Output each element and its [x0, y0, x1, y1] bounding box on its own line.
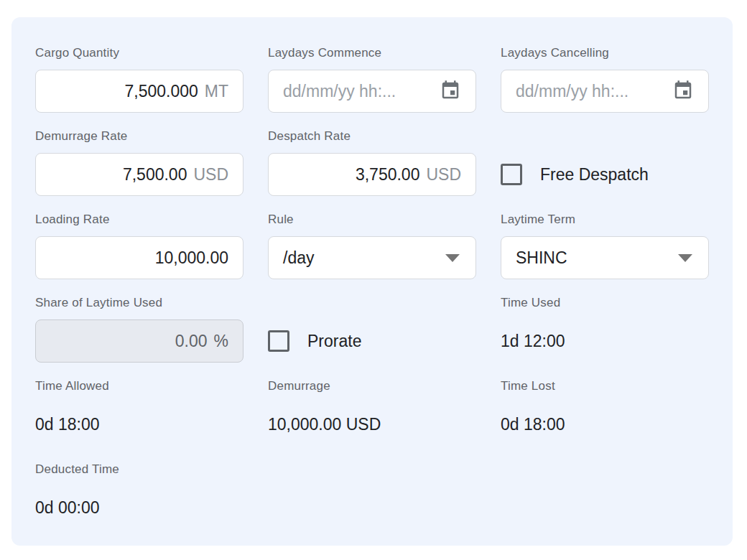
share-of-laytime-input: 0.00 % [35, 319, 243, 363]
demurrage-rate-currency: USD [193, 165, 228, 185]
field-time-lost: Time Lost 0d 18:00 [501, 379, 709, 446]
free-despatch-label-spacer [501, 129, 709, 144]
field-despatch-rate: Despatch Rate 3,750.00 USD [268, 129, 476, 196]
chevron-down-icon [678, 254, 692, 262]
prorate-label-spacer [268, 296, 476, 310]
form-grid: Cargo Quantity 7,500.000 MT Laydays Comm… [11, 17, 733, 529]
prorate-row: Prorate [268, 319, 476, 363]
despatch-rate-label: Despatch Rate [268, 129, 476, 144]
field-share-of-laytime: Share of Laytime Used 0.00 % [35, 296, 243, 363]
field-demurrage-rate: Demurrage Rate 7,500.00 USD [35, 129, 243, 196]
laydays-commence-calendar-button[interactable] [440, 80, 461, 103]
field-rule: Rule /day [268, 213, 476, 279]
demurrage-rate-value: 7,500.00 [123, 165, 187, 185]
laydays-cancelling-input[interactable] [516, 82, 665, 101]
time-allowed-label: Time Allowed [35, 379, 243, 393]
laydays-cancelling-calendar-button[interactable] [672, 80, 694, 103]
cargo-quantity-input[interactable]: 7,500.000 MT [35, 70, 243, 113]
field-deducted-time: Deducted Time 0d 00:00 [35, 462, 243, 529]
laydays-commence-input[interactable] [283, 82, 432, 101]
chevron-down-icon [445, 254, 460, 262]
prorate-checkbox[interactable] [268, 330, 289, 352]
deducted-time-label: Deducted Time [35, 462, 243, 477]
field-laydays-cancelling: Laydays Cancelling [501, 46, 709, 113]
demurrage-rate-input[interactable]: 7,500.00 USD [35, 153, 243, 196]
despatch-rate-currency: USD [426, 165, 461, 185]
time-allowed-value: 0d 18:00 [35, 403, 243, 446]
field-demurrage-total: Demurrage 10,000.00 USD [268, 379, 476, 446]
loading-rate-label: Loading Rate [35, 213, 243, 227]
share-of-laytime-unit: % [214, 332, 228, 351]
field-cargo-quantity: Cargo Quantity 7,500.000 MT [35, 46, 243, 113]
share-of-laytime-label: Share of Laytime Used [35, 296, 243, 310]
calendar-icon [440, 80, 461, 103]
time-used-value: 1d 12:00 [501, 319, 709, 363]
laytime-term-label: Laytime Term [501, 213, 709, 227]
free-despatch-row: Free Despatch [501, 153, 709, 196]
laytime-form-panel: Cargo Quantity 7,500.000 MT Laydays Comm… [11, 17, 733, 546]
loading-rate-input[interactable]: 10,000.00 [35, 236, 243, 279]
loading-rate-value: 10,000.00 [155, 248, 228, 268]
field-free-despatch: Free Despatch [501, 129, 709, 196]
time-lost-value: 0d 18:00 [501, 403, 709, 446]
laytime-term-select[interactable]: SHINC [501, 236, 709, 279]
laytime-term-value: SHINC [516, 248, 567, 268]
cargo-quantity-label: Cargo Quantity [35, 46, 243, 60]
field-laydays-commence: Laydays Commence [268, 46, 476, 113]
share-of-laytime-value: 0.00 [175, 332, 208, 351]
demurrage-rate-label: Demurrage Rate [35, 129, 243, 144]
laydays-commence-field [268, 70, 476, 113]
rule-label: Rule [268, 213, 476, 227]
rule-select[interactable]: /day [268, 236, 476, 279]
rule-value: /day [283, 248, 314, 268]
cargo-quantity-value: 7,500.000 [124, 82, 198, 101]
demurrage-total-value: 10,000.00 USD [268, 403, 476, 446]
demurrage-total-label: Demurrage [268, 379, 476, 393]
empty-cell [268, 462, 476, 529]
despatch-rate-value: 3,750.00 [356, 165, 420, 185]
field-time-allowed: Time Allowed 0d 18:00 [35, 379, 243, 446]
free-despatch-checkbox[interactable] [501, 164, 522, 185]
field-loading-rate: Loading Rate 10,000.00 [35, 213, 243, 279]
time-used-label: Time Used [501, 296, 709, 310]
laydays-cancelling-label: Laydays Cancelling [501, 46, 709, 60]
calendar-icon [672, 80, 694, 103]
laydays-commence-label: Laydays Commence [268, 46, 476, 60]
prorate-label: Prorate [307, 332, 361, 351]
time-lost-label: Time Lost [501, 379, 709, 393]
empty-cell [501, 462, 709, 529]
laydays-cancelling-field [501, 70, 709, 113]
despatch-rate-input[interactable]: 3,750.00 USD [268, 153, 476, 196]
cargo-quantity-unit: MT [205, 82, 228, 101]
field-time-used: Time Used 1d 12:00 [501, 296, 709, 363]
deducted-time-value: 0d 00:00 [35, 486, 243, 529]
field-prorate: Prorate [268, 296, 476, 363]
field-laytime-term: Laytime Term SHINC [501, 213, 709, 279]
free-despatch-label: Free Despatch [540, 165, 649, 185]
